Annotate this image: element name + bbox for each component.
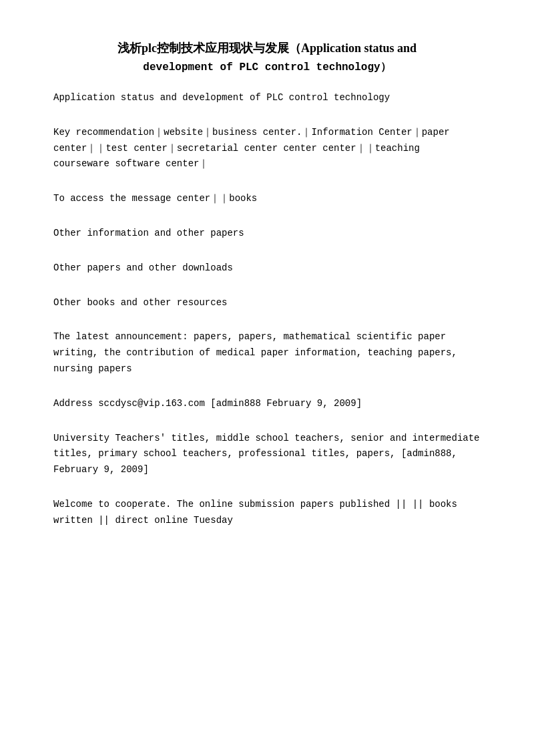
paragraph3-block: Other information and other papers xyxy=(53,226,481,242)
paragraph8-text: University Teachers' titles, middle scho… xyxy=(53,433,480,476)
paragraph9-text: Welcome to cooperate. The online submiss… xyxy=(53,499,457,526)
paragraph5-block: Other books and other resources xyxy=(53,295,481,311)
paragraph5-text: Other books and other resources xyxy=(53,297,227,308)
title-english-inline: （Application status and xyxy=(289,41,417,55)
title-chinese: 浅析plc控制技术应用现状与发展 xyxy=(117,41,289,55)
subtitle-text: Application status and development of PL… xyxy=(53,92,390,103)
page-container: 浅析plc控制技术应用现状与发展（Application status and … xyxy=(53,40,481,529)
paragraph8-block: University Teachers' titles, middle scho… xyxy=(53,431,481,478)
paragraph1-text: Key recommendation｜website｜business cent… xyxy=(53,127,450,170)
paragraph6-text: The latest announcement: papers, papers,… xyxy=(53,331,457,374)
title-english-line2: development of PLC control technology） xyxy=(53,60,481,74)
paragraph2-block: To access the message center｜｜books xyxy=(53,191,481,207)
paragraph7-block: Address sccdysc@vip.163.com [admin888 Fe… xyxy=(53,396,481,412)
paragraph7-text: Address sccdysc@vip.163.com [admin888 Fe… xyxy=(53,398,362,409)
paragraph3-text: Other information and other papers xyxy=(53,228,244,238)
paragraph1-block: Key recommendation｜website｜business cent… xyxy=(53,125,481,172)
subtitle-block: Application status and development of PL… xyxy=(53,90,481,106)
paragraph4-text: Other papers and other downloads xyxy=(53,262,233,273)
title-section: 浅析plc控制技术应用现状与发展（Application status and … xyxy=(53,40,481,74)
paragraph9-block: Welcome to cooperate. The online submiss… xyxy=(53,497,481,529)
paragraph4-block: Other papers and other downloads xyxy=(53,260,481,276)
paragraph2-text: To access the message center｜｜books xyxy=(53,193,257,204)
paragraph6-block: The latest announcement: papers, papers,… xyxy=(53,329,481,377)
